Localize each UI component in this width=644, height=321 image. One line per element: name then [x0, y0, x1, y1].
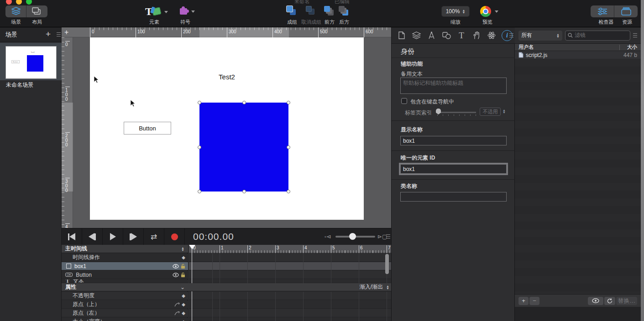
- resize-handle-s[interactable]: [242, 190, 246, 193]
- keyframe-icon[interactable]: ◆: [182, 302, 185, 307]
- step-forward-button[interactable]: [123, 228, 144, 245]
- keyframe-icon[interactable]: ◆: [182, 293, 185, 298]
- visibility-eye-icon[interactable]: [173, 264, 179, 269]
- timeline-row-box1[interactable]: box1: [62, 262, 188, 270]
- keyframe-icon[interactable]: ◆: [182, 255, 185, 260]
- t-tick: 2: [247, 245, 251, 253]
- row-label: 不透明度: [73, 292, 94, 300]
- timeline-prop-origin-left[interactable]: 原点（左） ◆: [62, 309, 188, 317]
- transport-menu-icon[interactable]: [386, 234, 390, 238]
- lock-icon[interactable]: [181, 264, 185, 269]
- resize-handle-se[interactable]: [287, 190, 290, 193]
- send-back-button[interactable]: [338, 5, 351, 18]
- keyframe-icon[interactable]: ◆: [182, 319, 185, 321]
- tab-text-icon[interactable]: T: [456, 31, 466, 41]
- tab-physics-icon[interactable]: [487, 31, 497, 41]
- loop-button[interactable]: ⇄: [144, 228, 164, 245]
- close-window-button[interactable]: [6, 0, 12, 5]
- resize-handle-w[interactable]: [198, 145, 201, 149]
- resize-handle-n[interactable]: [242, 101, 246, 104]
- timeline-zoom-slider-thumb[interactable]: [349, 233, 356, 240]
- resources-panel-handle-icon[interactable]: [633, 33, 637, 37]
- inspector-panel-handle-icon[interactable]: [509, 33, 513, 37]
- preview-resource-eye-button[interactable]: [588, 297, 603, 305]
- stage-heading-text[interactable]: Test2: [199, 73, 254, 81]
- properties-section-header[interactable]: 属性 ⌄ 渐入/渐出 ▲▼: [62, 283, 391, 291]
- group-button[interactable]: [286, 5, 298, 18]
- timeline-row-text[interactable]: T 文本: [62, 280, 188, 283]
- tab-element-shapes-icon[interactable]: [441, 31, 451, 41]
- alt-text-input[interactable]: [400, 78, 507, 94]
- remove-resource-button[interactable]: −: [529, 297, 539, 305]
- ease-mode-label: 渐入/渐出: [360, 283, 383, 291]
- resize-handle-nw[interactable]: [198, 101, 201, 104]
- resize-handle-ne[interactable]: [287, 101, 290, 104]
- scenes-panel-menu-icon[interactable]: [57, 32, 61, 36]
- tab-document-icon[interactable]: [396, 31, 406, 41]
- tab-actions-hand-icon[interactable]: [471, 31, 482, 41]
- layout-toggle-button[interactable]: [26, 5, 47, 17]
- bring-front-button[interactable]: [323, 5, 336, 18]
- step-back-button[interactable]: [82, 228, 103, 245]
- inspector-toggle-button[interactable]: [591, 5, 614, 17]
- tab-index-slider-thumb[interactable]: [436, 109, 441, 114]
- timeline-row-button[interactable]: OK Button: [62, 271, 188, 279]
- replace-resource-button[interactable]: 替换…: [616, 297, 637, 305]
- canvas-area[interactable]: 0 100 200 300 400 500 600 + 0 100 200 30…: [62, 27, 391, 228]
- timeline-ruler[interactable]: 0 1 2 3 4 5 6 7: [189, 245, 391, 253]
- display-name-input[interactable]: [400, 136, 507, 145]
- play-button[interactable]: [103, 228, 123, 245]
- resize-handle-sw[interactable]: [198, 190, 201, 193]
- resource-row-script2[interactable]: script2.js 447 b: [515, 51, 641, 59]
- minimize-window-button[interactable]: [16, 0, 22, 5]
- tab-index-stepper-icon[interactable]: ▲▼: [503, 109, 506, 114]
- stage-blue-box[interactable]: [199, 103, 288, 192]
- collapse-chevron-icon[interactable]: ⌄: [180, 284, 185, 290]
- resize-handle-e[interactable]: [287, 145, 290, 149]
- jump-to-start-button[interactable]: [62, 228, 82, 245]
- zoom-window-button[interactable]: [26, 0, 32, 5]
- ease-curve-icon[interactable]: [174, 311, 180, 316]
- preview-dropdown-chevron-icon[interactable]: [495, 10, 498, 13]
- record-button[interactable]: [164, 228, 185, 245]
- tab-metrics-icon[interactable]: [426, 31, 436, 41]
- playhead-handle-icon[interactable]: [189, 245, 195, 249]
- visibility-eye-icon[interactable]: [173, 273, 179, 277]
- stage-button-element[interactable]: Button: [124, 122, 171, 135]
- symbols-button[interactable]: [179, 5, 195, 17]
- timeline-row-actions[interactable]: 时间线操作 ◆: [62, 254, 188, 262]
- timeline-select-stepper-icon[interactable]: ▲▼: [181, 247, 184, 251]
- scene-list-item-selected[interactable]: Test2 Button: [0, 43, 62, 80]
- add-scene-button[interactable]: +: [46, 29, 51, 39]
- timeline-zoom-slider[interactable]: [335, 236, 375, 238]
- element-id-input[interactable]: [400, 164, 507, 174]
- resource-search-field[interactable]: 滤镜: [565, 31, 630, 41]
- resources-column-headers[interactable]: 用户名 大小: [515, 44, 641, 51]
- ease-stepper-icon[interactable]: ▲▼: [386, 285, 389, 290]
- scenes-toggle-button[interactable]: [5, 5, 26, 17]
- lock-icon[interactable]: [181, 272, 185, 278]
- playhead-line[interactable]: [192, 245, 192, 283]
- tab-index-slider[interactable]: [437, 112, 476, 113]
- scene-thumbnail[interactable]: Test2 Button: [6, 47, 56, 78]
- timeline-vertical-scrollbar[interactable]: [385, 254, 389, 274]
- reload-resource-button[interactable]: [604, 297, 615, 305]
- timeline-prop-origin-top[interactable]: 原点（上） ◆: [62, 300, 188, 309]
- keyboard-nav-checkbox[interactable]: [401, 98, 407, 104]
- ease-curve-icon[interactable]: [174, 302, 180, 307]
- add-resource-button[interactable]: +: [518, 297, 529, 305]
- keyframe-icon[interactable]: ◆: [182, 311, 185, 316]
- class-name-input[interactable]: [400, 192, 507, 202]
- tab-scene-layers-icon[interactable]: [411, 31, 421, 41]
- main-timeline-header[interactable]: 主时间线 ▲▼: [62, 245, 188, 253]
- resource-type-dropdown[interactable]: 所有 ▲▼: [518, 31, 562, 41]
- preview-chrome-button[interactable]: [480, 6, 491, 17]
- elements-button[interactable]: T: [145, 5, 169, 17]
- resources-toggle-button[interactable]: [614, 5, 638, 17]
- timeline-zoom-out-icon[interactable]: ▫⊲: [325, 233, 331, 240]
- timeline-prop-opacity[interactable]: 不透明度 ◆: [62, 292, 188, 300]
- timeline-prop-size-width[interactable]: 大小（宽度） ◆: [62, 318, 188, 321]
- scene-stage[interactable]: Test2 Button: [90, 37, 364, 220]
- ungroup-button[interactable]: [305, 5, 318, 18]
- zoom-stepper[interactable]: 100% ▲▼: [441, 6, 470, 17]
